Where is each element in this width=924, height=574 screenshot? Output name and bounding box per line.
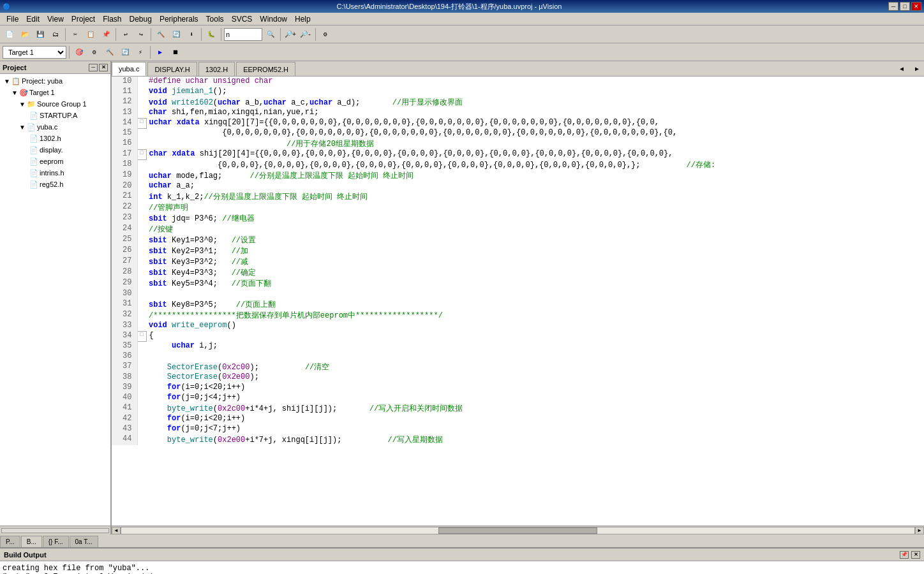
tree-item-display[interactable]: 📄 display.	[1, 144, 109, 156]
project-panel-minimize[interactable]: ─	[89, 64, 98, 71]
h-scrollbar[interactable]: ◀ ▶	[112, 526, 924, 534]
project-panel-close[interactable]: ✕	[99, 64, 108, 71]
build-target-button[interactable]: 🔨	[103, 45, 117, 59]
line-content[interactable]: for(j=0;j<4;j++)	[146, 393, 924, 403]
tab-yuba-c[interactable]: yuba.c	[112, 62, 146, 76]
bottom-tab-f[interactable]: {} F...	[43, 536, 69, 547]
zoom-out-button[interactable]: 🔎-	[299, 27, 313, 41]
menu-item-edit[interactable]: Edit	[22, 13, 43, 25]
menu-item-file[interactable]: File	[3, 13, 22, 25]
line-content[interactable]: //按键	[146, 224, 924, 235]
build-button[interactable]: 🔨	[154, 27, 168, 41]
menu-item-svcs[interactable]: SVCS	[228, 13, 257, 25]
new-file-button[interactable]: 📄	[3, 27, 17, 41]
line-content[interactable]: void write1602(uchar a_b,uchar a_c,uchar…	[146, 97, 924, 108]
menu-item-tools[interactable]: Tools	[202, 13, 228, 25]
line-content[interactable]: sbit Key5=P3^4; //页面下翻	[146, 278, 924, 289]
h-scrollbar-track[interactable]	[121, 527, 915, 534]
search-input[interactable]	[224, 28, 262, 41]
line-content[interactable]: char shi,fen,miao,xingqi,nian,yue,ri;	[146, 108, 924, 118]
line-content[interactable]: sbit Key2=P3^1; //加	[146, 246, 924, 256]
tab-scroll-right[interactable]: ▶	[910, 62, 924, 76]
tree-item-target1[interactable]: ▼ 🎯 Target 1	[1, 87, 109, 98]
tree-item-source-group[interactable]: ▼ 📁 Source Group 1	[1, 98, 109, 110]
copy-button[interactable]: 📋	[84, 27, 98, 41]
build-output-float[interactable]: 📌	[900, 551, 909, 559]
line-content[interactable]: for(i=0;i<20;i++)	[146, 383, 924, 393]
line-content[interactable]: //管脚声明	[146, 202, 924, 213]
tree-item-reg52[interactable]: 📄 reg52.h	[1, 179, 109, 190]
line-content[interactable]	[146, 289, 924, 299]
open-file-button[interactable]: 📂	[18, 27, 32, 41]
line-content[interactable]: //用于存储20组星期数据	[146, 138, 924, 149]
save-all-button[interactable]: 🗂	[48, 27, 63, 41]
menu-item-help[interactable]: Help	[291, 13, 315, 25]
redo-button[interactable]: ↪	[134, 27, 148, 41]
tree-item-startup[interactable]: 📄 STARTUP.A	[1, 110, 109, 121]
bottom-tab-b[interactable]: B...	[21, 536, 42, 547]
line-content[interactable]	[146, 351, 924, 362]
bottom-tab-p[interactable]: P...	[0, 536, 20, 547]
menu-item-view[interactable]: View	[43, 13, 68, 25]
line-content[interactable]: uchar xdata xingq[20][7]={{0,0,0,0,0,0,0…	[146, 118, 924, 128]
h-scrollbar-thumb[interactable]	[438, 527, 597, 534]
rebuild-button[interactable]: 🔄	[169, 27, 183, 41]
settings-button[interactable]: ⚙	[318, 27, 332, 41]
line-content[interactable]: {0,0,0,0,0,0,0},{0,0,0,0,0,0,0},{0,0,0,0…	[146, 128, 924, 138]
tree-item-eeprom[interactable]: 📄 eeprom	[1, 156, 109, 167]
build-output-close[interactable]: ✕	[911, 551, 920, 559]
line-content[interactable]: for(i=0;i<20;i++)	[146, 414, 924, 424]
target-select[interactable]: Target 1	[3, 46, 66, 59]
tree-item-intrins[interactable]: 📄 intrins.h	[1, 167, 109, 179]
fold-indicator[interactable]: □	[137, 149, 146, 159]
minimize-button[interactable]: ─	[888, 2, 898, 11]
line-content[interactable]: /******************把数据保存到单片机内部eeprom中***…	[146, 310, 924, 321]
line-content[interactable]: char xdata shij[20][4]={{0,0,0,0},{0,0,0…	[146, 149, 924, 159]
stop-debug-button[interactable]: ⏹	[168, 45, 183, 59]
tab-display-h[interactable]: DISPLAY.H	[147, 62, 197, 76]
line-content[interactable]: sbit Key3=P3^2; //减	[146, 256, 924, 267]
project-options-button[interactable]: 🎯	[72, 45, 86, 59]
line-content[interactable]: byte_write(0x2c00+i*4+j, shij[i][j]); //…	[146, 403, 924, 414]
line-content[interactable]: #define uchar unsigned char	[146, 77, 924, 87]
fold-indicator[interactable]: □	[137, 331, 146, 341]
tab-scroll-left[interactable]: ◀	[895, 62, 909, 76]
fold-indicator[interactable]: □	[137, 118, 146, 128]
menu-item-flash[interactable]: Flash	[99, 13, 125, 25]
close-button[interactable]: ✕	[911, 2, 921, 11]
flash-download-button[interactable]: ⚡	[133, 45, 147, 59]
search-button[interactable]: 🔍	[264, 27, 278, 41]
scroll-left-btn[interactable]: ◀	[112, 527, 121, 534]
scroll-right-btn[interactable]: ▶	[915, 527, 924, 534]
line-content[interactable]: uchar a_a;	[146, 181, 924, 191]
line-content[interactable]: sbit Key1=P3^0; //设置	[146, 235, 924, 246]
line-content[interactable]: void jiemian_1();	[146, 87, 924, 97]
tab-eeprom52-h[interactable]: EEPROM52.H	[236, 62, 295, 76]
line-content[interactable]: byte_write(0x2e00+i*7+j, xingq[i][j]); /…	[146, 434, 924, 445]
line-content[interactable]: void write_eeprom()	[146, 321, 924, 331]
line-content[interactable]: sbit Key8=P3^5; //页面上翻	[146, 299, 924, 310]
save-button[interactable]: 💾	[33, 27, 47, 41]
download-button[interactable]: ⬇	[184, 27, 198, 41]
debug-button[interactable]: 🐛	[204, 27, 218, 41]
tree-item-1302h[interactable]: 📄 1302.h	[1, 133, 109, 144]
menu-item-peripherals[interactable]: Peripherals	[156, 13, 202, 25]
undo-button[interactable]: ↩	[119, 27, 133, 41]
start-debug-button[interactable]: ▶	[153, 45, 167, 59]
bottom-tab-0a[interactable]: 0a T...	[70, 536, 98, 547]
line-content[interactable]: {0,0,0,0},{0,0,0,0},{0,0,0,0},{0,0,0,0},…	[146, 159, 924, 170]
line-content[interactable]: for(j=0;j<7;j++)	[146, 424, 924, 434]
paste-button[interactable]: 📌	[99, 27, 113, 41]
maximize-button[interactable]: □	[900, 2, 910, 11]
line-content[interactable]: SectorErase(0x2e00);	[146, 372, 924, 383]
project-scrollbar[interactable]	[0, 526, 110, 534]
compile-button[interactable]: ⚙	[87, 45, 101, 59]
menu-item-debug[interactable]: Debug	[126, 13, 156, 25]
menu-item-project[interactable]: Project	[68, 13, 99, 25]
menu-item-window[interactable]: Window	[256, 13, 291, 25]
code-container[interactable]: 10#define uchar unsigned char11void jiem…	[112, 77, 924, 526]
line-content[interactable]: sbit Key4=P3^3; //确定	[146, 267, 924, 278]
line-content[interactable]: sbit jdq= P3^6; //继电器	[146, 213, 924, 224]
line-content[interactable]: int k_1,k_2;//分别是温度上限温度下限 起始时间 终止时间	[146, 191, 924, 202]
rebuild-all-button[interactable]: 🔄	[118, 45, 132, 59]
